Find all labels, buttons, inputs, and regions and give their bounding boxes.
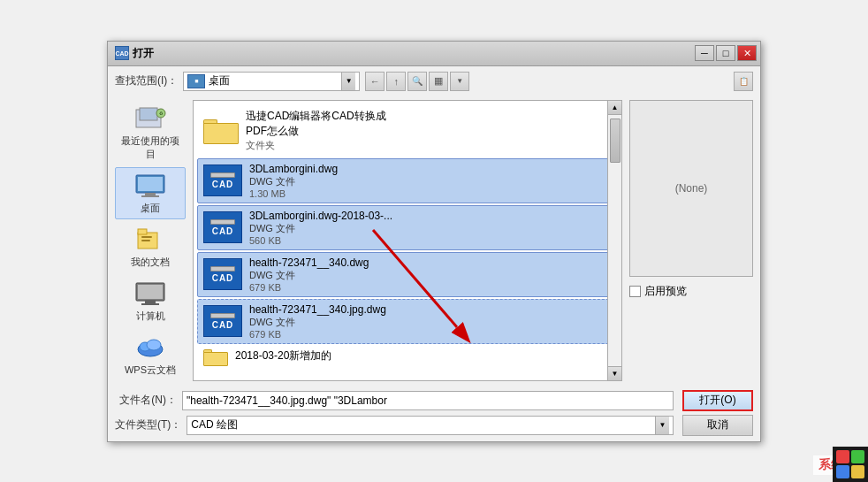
desktop-icon bbox=[133, 172, 168, 200]
cad-file-icon: CAD bbox=[203, 305, 242, 337]
win7-square-green bbox=[851, 450, 864, 463]
cad-file-icon: CAD bbox=[203, 211, 242, 243]
file-name: 3DLamborgini.dwg bbox=[249, 163, 338, 175]
mydocs-icon bbox=[133, 226, 168, 254]
maximize-button[interactable]: □ bbox=[716, 45, 735, 61]
list-item[interactable]: 2018-03-20新增加的 bbox=[197, 346, 621, 367]
preview-icon-button[interactable]: 📋 bbox=[734, 72, 753, 91]
file-type: 文件夹 bbox=[246, 139, 386, 152]
cad-label: CAD bbox=[212, 226, 234, 236]
sidebar-wps-label: WPS云文档 bbox=[125, 363, 176, 377]
svg-rect-13 bbox=[138, 285, 163, 299]
close-button[interactable]: ✕ bbox=[737, 45, 757, 61]
recent-icon: ♻ bbox=[133, 104, 168, 133]
cad-item-info: health-723471__340.jpg.dwg DWG 文件 679 KB bbox=[249, 303, 386, 340]
computer-icon bbox=[133, 279, 168, 308]
enable-preview-label: 启用预览 bbox=[644, 284, 687, 299]
sidebar-desktop-label: 桌面 bbox=[141, 202, 160, 215]
cancel-button[interactable]: 取消 bbox=[682, 415, 753, 436]
filename-input[interactable] bbox=[182, 391, 674, 410]
file-size: 679 KB bbox=[249, 329, 386, 340]
list-item[interactable]: CAD health-723471__340.jpg.dwg DWG 文件 67… bbox=[197, 299, 621, 344]
filetype-combo-arrow[interactable]: ▼ bbox=[655, 417, 669, 434]
filetype-combo[interactable]: CAD 绘图 ▼ bbox=[187, 416, 674, 435]
sidebar-item-computer[interactable]: 计算机 bbox=[115, 275, 186, 327]
folder-selector-arrow[interactable]: ▼ bbox=[341, 73, 355, 90]
win7-square-blue bbox=[836, 465, 849, 478]
cad-label: CAD bbox=[212, 273, 234, 283]
filename-row: 文件名(N)： 打开(O) bbox=[115, 390, 753, 411]
bottom-area: 文件名(N)： 打开(O) 文件类型(T)： CAD 绘图 ▼ 取消 bbox=[108, 385, 760, 441]
list-item[interactable]: CAD 3DLamborgini.dwg DWG 文件 1.30 MB bbox=[197, 158, 621, 203]
file-name: 3DLamborgini.dwg-2018-03-... bbox=[249, 210, 392, 222]
cad-file-icon: CAD bbox=[203, 164, 242, 196]
svg-rect-10 bbox=[141, 236, 152, 238]
svg-rect-9 bbox=[138, 229, 147, 234]
svg-rect-6 bbox=[145, 193, 156, 195]
nav-up-button[interactable]: ↑ bbox=[386, 72, 406, 91]
dialog-icon: CAD bbox=[115, 46, 129, 60]
folder-item-info: 2018-03-20新增加的 bbox=[235, 348, 331, 363]
nav-view-button[interactable]: ▦ bbox=[429, 72, 448, 91]
file-name: 迅捷CAD编辑器将CAD转换成PDF怎么做 bbox=[246, 109, 386, 139]
sidebar-item-wps[interactable]: WPS云文档 bbox=[115, 329, 186, 381]
action-buttons: 打开(O) bbox=[682, 390, 753, 411]
cad-label: CAD bbox=[212, 320, 234, 330]
svg-rect-1 bbox=[140, 108, 157, 120]
wps-cloud-icon bbox=[133, 333, 168, 362]
folder-icon bbox=[203, 116, 239, 144]
file-size: 679 KB bbox=[249, 282, 369, 293]
cad-item-info: 3DLamborgini.dwg DWG 文件 1.30 MB bbox=[249, 163, 338, 199]
preview-pane: (None) 启用预览 bbox=[629, 100, 753, 381]
file-list-container: 迅捷CAD编辑器将CAD转换成PDF怎么做 文件夹 CAD 3DLamborgi… bbox=[193, 100, 622, 381]
list-item[interactable]: CAD 3DLamborgini.dwg-2018-03-... DWG 文件 … bbox=[197, 205, 621, 250]
file-size: 560 KB bbox=[249, 235, 392, 246]
svg-rect-5 bbox=[138, 177, 163, 191]
list-item[interactable]: CAD health-723471__340.dwg DWG 文件 679 KB bbox=[197, 252, 621, 297]
toolbar-row: 查找范围(I)： ■ 桌面 ▼ ← ↑ 🔍 ▦ ▼ 📋 bbox=[108, 66, 760, 96]
win7-square-red bbox=[836, 450, 849, 463]
cad-item-info: health-723471__340.dwg DWG 文件 679 KB bbox=[249, 256, 369, 293]
win7-corner bbox=[833, 447, 868, 482]
sidebar-computer-label: 计算机 bbox=[136, 310, 165, 323]
scrollbar-vertical[interactable]: ▲ ▼ bbox=[607, 101, 621, 380]
open-button[interactable]: 打开(O) bbox=[682, 390, 753, 411]
main-content: ♻ 最近使用的项目 桌面 bbox=[108, 96, 760, 385]
file-name: health-723471__340.dwg bbox=[249, 256, 369, 269]
svg-rect-11 bbox=[141, 240, 150, 241]
file-size: 1.30 MB bbox=[249, 188, 338, 199]
title-bar-left: CAD 打开 bbox=[115, 46, 154, 61]
search-scope-label: 查找范围(I)： bbox=[115, 73, 178, 88]
list-item[interactable]: 迅捷CAD编辑器将CAD转换成PDF怎么做 文件夹 bbox=[197, 104, 621, 157]
nav-search-button[interactable]: 🔍 bbox=[407, 72, 427, 91]
filetype-label: 文件类型(T)： bbox=[115, 417, 181, 432]
scrollbar-down-arrow[interactable]: ▼ bbox=[608, 366, 622, 380]
title-bar: CAD 打开 ─ □ ✕ bbox=[108, 42, 760, 66]
sidebar-recent-label: 最近使用的项目 bbox=[118, 134, 183, 161]
cad-file-icon: CAD bbox=[203, 258, 242, 290]
cad-label: CAD bbox=[212, 180, 234, 189]
minimize-button[interactable]: ─ bbox=[695, 45, 714, 61]
svg-rect-15 bbox=[141, 303, 159, 305]
file-list: 迅捷CAD编辑器将CAD转换成PDF怎么做 文件夹 CAD 3DLamborgi… bbox=[194, 101, 621, 380]
svg-point-18 bbox=[147, 340, 161, 350]
nav-view-arrow-button[interactable]: ▼ bbox=[450, 72, 469, 91]
enable-preview-checkbox[interactable] bbox=[629, 286, 641, 297]
file-type: DWG 文件 bbox=[249, 269, 369, 282]
cad-item-info: 3DLamborgini.dwg-2018-03-... DWG 文件 560 … bbox=[249, 210, 392, 246]
scrollbar-track bbox=[610, 115, 621, 366]
title-controls: ─ □ ✕ bbox=[695, 45, 757, 61]
folder-item-info: 迅捷CAD编辑器将CAD转换成PDF怎么做 文件夹 bbox=[246, 109, 386, 152]
sidebar-item-mydocs[interactable]: 我的文档 bbox=[115, 221, 186, 273]
file-type: DWG 文件 bbox=[249, 316, 386, 329]
scrollbar-thumb[interactable] bbox=[610, 119, 621, 163]
current-folder-text: 桌面 bbox=[209, 73, 341, 88]
navigation-buttons: ← ↑ 🔍 ▦ ▼ bbox=[365, 72, 469, 91]
sidebar-item-desktop[interactable]: 桌面 bbox=[115, 167, 186, 219]
sidebar-item-recent[interactable]: ♻ 最近使用的项目 bbox=[115, 100, 186, 165]
nav-back-button[interactable]: ← bbox=[365, 72, 385, 91]
scrollbar-up-arrow[interactable]: ▲ bbox=[608, 101, 622, 115]
folder-selector-combo[interactable]: ■ 桌面 ▼ bbox=[183, 72, 360, 91]
file-name: health-723471__340.jpg.dwg bbox=[249, 303, 386, 316]
svg-rect-14 bbox=[145, 301, 156, 303]
